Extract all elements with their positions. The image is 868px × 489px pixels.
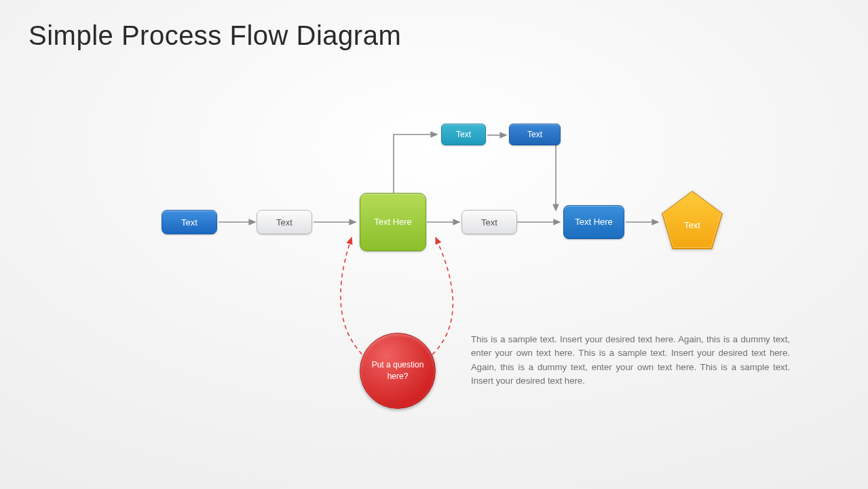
connector-top2-down <box>551 134 561 216</box>
connector-n3-top1 <box>388 128 442 196</box>
node-gray-2[interactable]: Text <box>461 210 517 234</box>
arrow-top1-top2 <box>486 129 510 141</box>
node-top-teal[interactable]: Text <box>441 124 486 145</box>
arrow-n3-n4 <box>426 216 464 228</box>
arrow-n1-n2 <box>217 216 259 228</box>
arrow-n4-n5 <box>516 216 565 228</box>
node-circle-question[interactable]: Put a question here? <box>360 333 436 409</box>
arrow-n5-n6 <box>624 216 662 228</box>
diagram-canvas: Text Text Text Here Text Text Here Text … <box>0 0 868 489</box>
pentagon-label: Text <box>660 189 725 251</box>
node-gray-1[interactable]: Text <box>257 210 312 234</box>
arrow-n2-n3 <box>312 216 360 228</box>
node-blue-texthere[interactable]: Text Here <box>563 205 624 239</box>
node-green-decision[interactable]: Text Here <box>360 193 426 251</box>
node-start-blue[interactable]: Text <box>162 210 217 234</box>
body-sample-text: This is a sample text. Insert your desir… <box>471 333 790 388</box>
node-top-blue[interactable]: Text <box>509 124 561 145</box>
node-pentagon-end[interactable]: Text <box>660 189 725 251</box>
slide: Simple Process Flow Diagram <box>0 0 868 489</box>
